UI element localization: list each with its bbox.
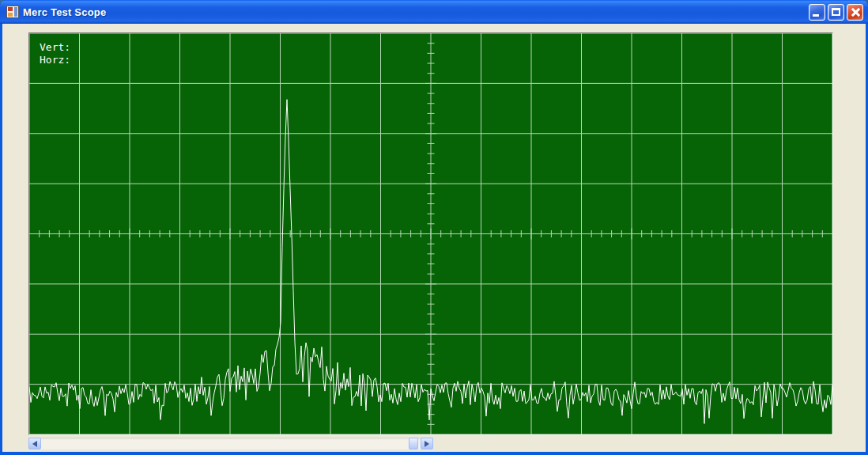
minimize-icon <box>813 14 819 17</box>
minimize-button[interactable] <box>809 4 825 21</box>
maximize-button[interactable] <box>828 4 844 21</box>
app-icon <box>6 6 19 18</box>
scope-canvas <box>29 33 832 434</box>
close-button[interactable] <box>847 4 863 21</box>
app-icon-orange-square <box>8 13 13 17</box>
scroll-right-button[interactable] <box>421 438 433 449</box>
window-controls <box>809 4 863 21</box>
maximize-icon <box>832 8 840 16</box>
scrollbar-thumb[interactable] <box>409 438 418 449</box>
title-bar[interactable]: Merc Test Scope <box>0 0 868 24</box>
scroll-left-icon <box>32 441 37 447</box>
scroll-right-icon <box>425 441 429 447</box>
close-icon <box>847 5 862 20</box>
horz-label: Horz: <box>40 54 70 66</box>
window-title: Merc Test Scope <box>23 6 106 18</box>
scope-display: Vert: Horz: <box>28 32 833 435</box>
app-icon-blue-bar <box>14 7 17 17</box>
app-window: Merc Test Scope Vert: Horz: <box>0 0 868 455</box>
horizontal-scrollbar[interactable] <box>28 438 433 449</box>
vert-label: Vert: <box>40 41 70 53</box>
app-icon-red-square <box>8 7 13 11</box>
scope-readout: Vert: Horz: <box>40 41 70 66</box>
client-area: Vert: Horz: <box>2 24 866 452</box>
scroll-left-button[interactable] <box>28 438 41 449</box>
